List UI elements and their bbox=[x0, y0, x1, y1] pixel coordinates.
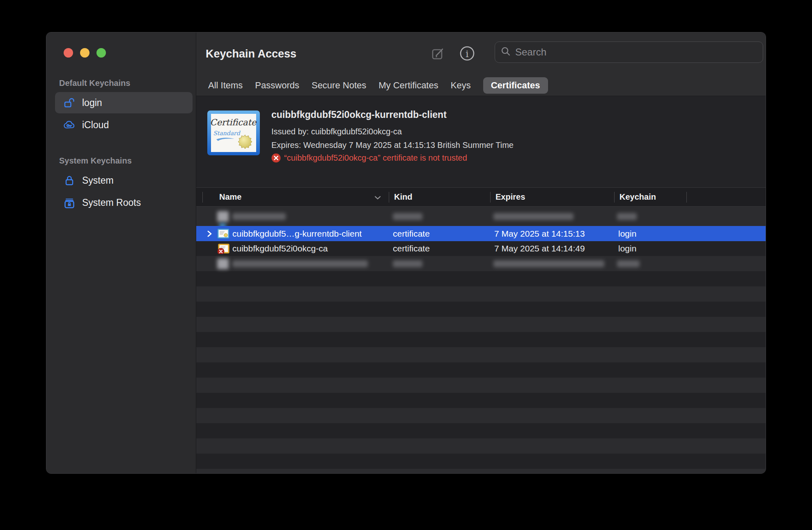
table-row-redacted[interactable] bbox=[196, 256, 766, 271]
certificate-image-title: Certificate bbox=[210, 118, 257, 127]
trust-warning-text: “cuibbfkgdubf52i0okcg-ca” certificate is… bbox=[284, 153, 467, 163]
redacted-name bbox=[232, 260, 368, 267]
certificate-issuer: Issued by: cuibbfkgdubf52i0okcg-ca bbox=[271, 125, 514, 138]
empty-list-area bbox=[196, 271, 766, 473]
empty-row-stripe bbox=[196, 332, 766, 347]
empty-row-stripe bbox=[196, 317, 766, 332]
close-button[interactable] bbox=[64, 48, 73, 58]
svg-text:i: i bbox=[466, 48, 468, 59]
column-divider[interactable] bbox=[614, 192, 615, 203]
tab-certificates[interactable]: Certificates bbox=[483, 77, 548, 94]
edit-button[interactable] bbox=[430, 46, 446, 63]
empty-row-stripe bbox=[196, 362, 766, 378]
sidebar-item-system-roots[interactable]: System Roots bbox=[55, 192, 193, 213]
column-divider[interactable] bbox=[389, 192, 389, 203]
tab-my-certificates[interactable]: My Certificates bbox=[378, 80, 438, 91]
table-row-ca-certificate[interactable]: cuibbfkgdubf52i0okcg-ca certificate 7 Ma… bbox=[196, 241, 766, 256]
tab-secure-notes[interactable]: Secure Notes bbox=[312, 80, 366, 91]
minimize-button[interactable] bbox=[80, 48, 89, 58]
sidebar-item-icloud[interactable]: iCloud bbox=[55, 114, 193, 136]
certificate-preview-image: Certificate Standard bbox=[207, 111, 260, 157]
table-row-client-certificate[interactable]: cuibbfkgdubf5…g-kurrentdb-client certifi… bbox=[196, 226, 766, 241]
redacted-icon bbox=[217, 258, 229, 269]
certificate-icon bbox=[217, 228, 229, 239]
sidebar-item-label: login bbox=[82, 97, 102, 108]
sidebar-section-system-keychains: System Keychains bbox=[59, 156, 196, 166]
sidebar-item-system[interactable]: System bbox=[55, 170, 193, 191]
row-keychain: login bbox=[614, 244, 686, 253]
empty-row-stripe bbox=[196, 347, 766, 362]
app-title: Keychain Access bbox=[206, 48, 296, 60]
empty-row-stripe bbox=[196, 302, 766, 317]
window-controls bbox=[46, 32, 196, 58]
search-icon bbox=[501, 46, 511, 58]
empty-row-stripe bbox=[196, 393, 766, 408]
column-divider bbox=[202, 192, 203, 203]
row-expires: 7 May 2025 at 14:15:13 bbox=[490, 229, 614, 239]
redacted-kind bbox=[393, 260, 422, 267]
row-name: cuibbfkgdubf5…g-kurrentdb-client bbox=[232, 229, 362, 239]
redacted-expires bbox=[493, 213, 573, 220]
lockbox-icon bbox=[63, 196, 76, 209]
redacted-kind bbox=[393, 213, 422, 220]
empty-row-stripe bbox=[196, 408, 766, 423]
info-circle-icon: i bbox=[459, 57, 475, 63]
column-header-name[interactable]: Name bbox=[196, 192, 389, 202]
certificate-name: cuibbfkgdubf52i0okcg-kurrentdb-client bbox=[271, 109, 514, 120]
chevron-down-icon bbox=[374, 194, 381, 202]
redacted-expires bbox=[493, 260, 604, 267]
row-expires: 7 May 2025 at 14:14:49 bbox=[490, 244, 614, 253]
redacted-icon bbox=[217, 211, 229, 222]
empty-row-stripe bbox=[196, 469, 766, 473]
trust-warning: “cuibbfkgdubf52i0okcg-ca” certificate is… bbox=[271, 153, 514, 163]
row-keychain: login bbox=[614, 229, 686, 239]
sidebar: Default Keychains login iCloud System Ke… bbox=[46, 32, 196, 473]
error-circle-icon bbox=[271, 153, 281, 163]
sidebar-item-login[interactable]: login bbox=[55, 92, 193, 113]
empty-row-stripe bbox=[196, 423, 766, 438]
column-divider[interactable] bbox=[686, 192, 687, 203]
certificates-table: Name Kind Expires Keychain bbox=[196, 187, 766, 473]
search-field bbox=[495, 41, 763, 63]
tab-all-items[interactable]: All Items bbox=[208, 80, 243, 91]
empty-row-stripe bbox=[196, 454, 766, 469]
unlocked-padlock-icon bbox=[63, 97, 76, 109]
table-row-redacted[interactable] bbox=[196, 207, 766, 226]
empty-row-stripe bbox=[196, 378, 766, 393]
search-input[interactable] bbox=[515, 46, 763, 58]
cloud-key-icon bbox=[63, 119, 76, 131]
column-divider[interactable] bbox=[490, 192, 491, 203]
sidebar-section-default-keychains: Default Keychains bbox=[59, 78, 196, 88]
tab-keys[interactable]: Keys bbox=[451, 80, 471, 91]
empty-row-stripe bbox=[196, 438, 766, 454]
column-header-kind[interactable]: Kind bbox=[389, 192, 490, 202]
row-kind: certificate bbox=[389, 229, 490, 239]
sidebar-item-label: System bbox=[82, 175, 114, 186]
pencil-square-icon bbox=[430, 57, 446, 63]
sidebar-item-label: System Roots bbox=[82, 197, 141, 208]
category-tabs: All Items Passwords Secure Notes My Cert… bbox=[196, 75, 548, 96]
column-header-expires[interactable]: Expires bbox=[490, 192, 614, 202]
certificate-error-icon bbox=[217, 244, 229, 254]
info-button[interactable]: i bbox=[459, 45, 475, 63]
row-kind: certificate bbox=[389, 244, 490, 253]
certificate-image-subtitle: Standard bbox=[213, 130, 241, 136]
row-name: cuibbfkgdubf52i0okcg-ca bbox=[232, 244, 328, 253]
redacted-name bbox=[232, 213, 286, 220]
tab-passwords[interactable]: Passwords bbox=[255, 80, 299, 91]
redacted-keychain bbox=[617, 213, 637, 220]
toolbar: Keychain Access i bbox=[196, 32, 766, 96]
disclosure-chevron-icon[interactable] bbox=[207, 230, 217, 237]
keychain-access-window: Default Keychains login iCloud System Ke… bbox=[46, 32, 766, 474]
main-content: Keychain Access i bbox=[196, 32, 766, 473]
sidebar-item-label: iCloud bbox=[82, 120, 109, 131]
table-header: Name Kind Expires Keychain bbox=[196, 187, 766, 207]
empty-row-stripe bbox=[196, 271, 766, 286]
zoom-button[interactable] bbox=[96, 48, 106, 58]
empty-row-stripe bbox=[196, 286, 766, 302]
column-header-keychain[interactable]: Keychain bbox=[614, 192, 686, 202]
locked-padlock-icon bbox=[63, 174, 76, 187]
certificate-detail-panel: Certificate Standard cuibbfkgdubf52i0okc… bbox=[196, 96, 766, 187]
redacted-keychain bbox=[617, 260, 640, 267]
certificate-detail-text: cuibbfkgdubf52i0okcg-kurrentdb-client Is… bbox=[271, 109, 514, 163]
